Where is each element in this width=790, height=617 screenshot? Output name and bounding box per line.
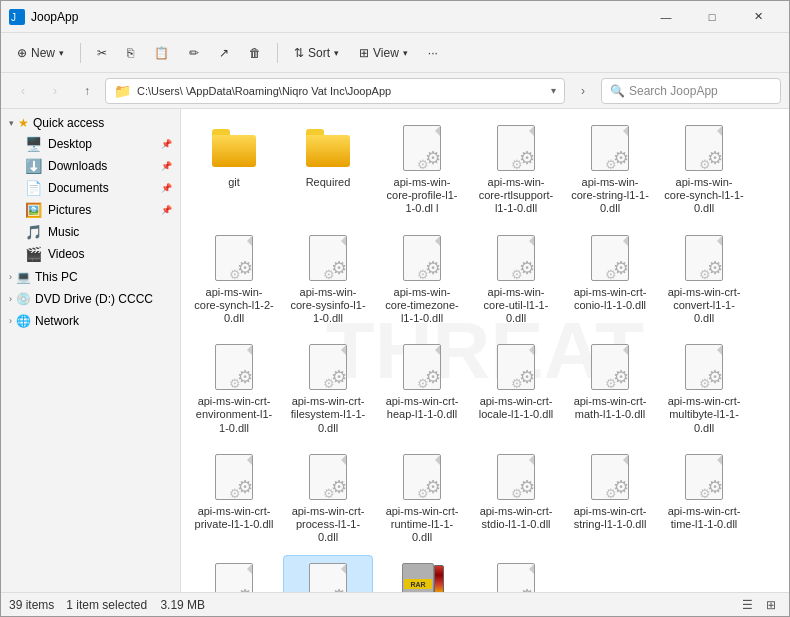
sidebar-item-downloads[interactable]: ⬇️ Downloads 📌 [1, 155, 180, 177]
toolbar-separator-1 [80, 43, 81, 63]
folder-icon-shape [212, 129, 256, 167]
view-button[interactable]: ⊞ View ▾ [351, 38, 416, 68]
main-area: ▾ ★ Quick access 🖥️ Desktop 📌 ⬇️ Downloa… [1, 109, 789, 592]
dll-icon: ⚙ ⚙ [497, 344, 535, 390]
file-item[interactable]: ⚙ ⚙ api-ms-win-crt-stdio-l1-1-0.dll [471, 446, 561, 552]
file-item[interactable]: Required [283, 117, 373, 223]
file-item[interactable]: ⚙ ⚙ api-ms-win-crt-math-l1-1-0.dll [565, 336, 655, 442]
file-item[interactable]: ⚙ ⚙ api-ms-win-crt-multibyte-l1-1-0.dll [659, 336, 749, 442]
up-button[interactable]: ↑ [73, 77, 101, 105]
file-label: api-ms-win-crt-conio-l1-1-0.dll [570, 286, 650, 312]
search-box[interactable]: 🔍 Search JoopApp [601, 78, 781, 104]
address-bar: ‹ › ↑ 📁 C:\Users\ \AppData\Roaming\Niqro… [1, 73, 789, 109]
dll-icon: ⚙ ⚙ [403, 454, 441, 500]
file-item[interactable]: ⚙ ⚙ chrome_elf.dll [189, 555, 279, 592]
sidebar-item-desktop[interactable]: 🖥️ Desktop 📌 [1, 133, 180, 155]
file-item[interactable]: ⚙ ⚙ api-ms-win-core-timezone-l1-1-0.dll [377, 227, 467, 333]
go-button[interactable]: › [569, 77, 597, 105]
file-icon-container: ⚙ ⚙ [304, 562, 352, 592]
file-label: api-ms-win-crt-math-l1-1-0.dll [570, 395, 650, 421]
file-label: api-ms-win-core-synch-l1-1-0.dll [664, 176, 744, 216]
back-button[interactable]: ‹ [9, 77, 37, 105]
dll-icon: ⚙ ⚙ [685, 454, 723, 500]
list-view-button[interactable]: ☰ [737, 595, 757, 615]
pin-icon-4: 📌 [161, 205, 172, 215]
copy-button[interactable]: ⎘ [119, 38, 142, 68]
file-item[interactable]: ⚙ ⚙ api-ms-win-core-synch-l1-1-0.dll [659, 117, 749, 223]
file-label: api-ms-win-crt-convert-l1-1-0.dll [664, 286, 744, 326]
network-header[interactable]: › 🌐 Network [1, 311, 180, 331]
this-pc-section: › 💻 This PC [1, 267, 180, 287]
dll-icon: ⚙ ⚙ [591, 235, 629, 281]
file-item[interactable]: ⚙ ⚙ api-ms-win-core-rtlsupport-l1-1-0.dl… [471, 117, 561, 223]
quick-access-section: ▾ ★ Quick access 🖥️ Desktop 📌 ⬇️ Downloa… [1, 113, 180, 265]
item-count: 39 items [9, 598, 54, 612]
cut-button[interactable]: ✂ [89, 38, 115, 68]
svg-text:J: J [11, 12, 16, 23]
file-item[interactable]: ⚙ ⚙ api-ms-win-crt-heap-l1-1-0.dll [377, 336, 467, 442]
sidebar-item-documents[interactable]: 📄 Documents 📌 [1, 177, 180, 199]
paste-button[interactable]: 📋 [146, 38, 177, 68]
file-item[interactable]: ⚙ ⚙ api-ms-win-crt-runtime-l1-1-0.dll [377, 446, 467, 552]
file-item[interactable]: ⚙ ⚙ api-ms-win-crt-process-l1-1-0.dll [283, 446, 373, 552]
sidebar-item-music[interactable]: 🎵 Music [1, 221, 180, 243]
file-icon-container: RAR [398, 562, 446, 592]
file-icon-container: ⚙ ⚙ [210, 343, 258, 391]
close-button[interactable]: ✕ [735, 1, 781, 33]
more-button[interactable]: ··· [420, 38, 446, 68]
file-item[interactable]: ⚙ ⚙ api-ms-win-crt-private-l1-1-0.dll [189, 446, 279, 552]
file-icon-container: ⚙ ⚙ [586, 124, 634, 172]
sidebar-item-pictures[interactable]: 🖼️ Pictures 📌 [1, 199, 180, 221]
sidebar: ▾ ★ Quick access 🖥️ Desktop 📌 ⬇️ Downloa… [1, 109, 181, 592]
file-label: api-ms-win-crt-process-l1-1-0.dll [288, 505, 368, 545]
sort-button[interactable]: ⇅ Sort ▾ [286, 38, 347, 68]
delete-button[interactable]: 🗑 [241, 38, 269, 68]
file-item[interactable]: ⚙ ⚙ api-ms-win-core-util-l1-1-0.dll [471, 227, 561, 333]
file-item[interactable]: ⚙ ⚙ api-ms-win-crt-convert-l1-1-0.dll [659, 227, 749, 333]
sidebar-item-downloads-label: Downloads [48, 159, 107, 173]
address-input[interactable]: 📁 C:\Users\ \AppData\Roaming\Niqro Vat I… [105, 78, 565, 104]
file-item[interactable]: ⚙ ⚙ api-ms-win-core-profile-l1-1-0.dl l [377, 117, 467, 223]
grid-view-button[interactable]: ⊞ [761, 595, 781, 615]
file-label: api-ms-win-core-util-l1-1-0.dll [476, 286, 556, 326]
file-item[interactable]: ⚙ ⚙ api-ms-win-core-synch-l1-2-0.dll [189, 227, 279, 333]
share-button[interactable]: ↗ [211, 38, 237, 68]
minimize-button[interactable]: — [643, 1, 689, 33]
file-label: Required [306, 176, 351, 189]
sidebar-item-videos[interactable]: 🎬 Videos [1, 243, 180, 265]
file-label: api-ms-win-crt-multibyte-l1-1-0.dll [664, 395, 744, 435]
forward-button[interactable]: › [41, 77, 69, 105]
file-item[interactable]: ⚙ ⚙ api-ms-win-crt-conio-l1-1-0.dll [565, 227, 655, 333]
rename-button[interactable]: ✏ [181, 38, 207, 68]
sidebar-item-videos-label: Videos [48, 247, 84, 261]
file-icon-container: ⚙ ⚙ [680, 453, 728, 501]
file-item[interactable]: ⚙ ⚙ api-ms-win-core-sysinfo-l1-1-0.dll [283, 227, 373, 333]
file-item[interactable]: ⚙ ⚙ api-ms-win-crt-time-l1-1-0.dll [659, 446, 749, 552]
file-item[interactable]: ⚙ ⚙ api-ms-win-crt-filesystem-l1-1-0.dll [283, 336, 373, 442]
file-item[interactable]: ⚙ ⚙ api-ms-win-crt-locale-l1-1-0.dll [471, 336, 561, 442]
file-item[interactable]: ⚙ ⚙ libcef.dll [471, 555, 561, 592]
maximize-button[interactable]: □ [689, 1, 735, 33]
this-pc-header[interactable]: › 💻 This PC [1, 267, 180, 287]
pin-icon: 📌 [161, 139, 172, 149]
file-label: api-ms-win-crt-private-l1-1-0.dll [194, 505, 274, 531]
file-item[interactable]: ⚙ ⚙ api-ms-win-crt-string-l1-1-0.dll [565, 446, 655, 552]
file-item[interactable]: git [189, 117, 279, 223]
file-item[interactable]: ⚙ ⚙ d3dcompiler_47.dll [283, 555, 373, 592]
file-label: api-ms-win-crt-string-l1-1-0.dll [570, 505, 650, 531]
files-grid: git Required ⚙ ⚙ api-ms-win-core-profile… [189, 117, 781, 592]
this-pc-expand-icon: › [9, 272, 12, 282]
file-item[interactable]: ⚙ ⚙ api-ms-win-core-string-l1-1-0.dll [565, 117, 655, 223]
quick-access-header[interactable]: ▾ ★ Quick access [1, 113, 180, 133]
file-item[interactable]: ⚙ ⚙ api-ms-win-crt-environment-l1-1-0.dl… [189, 336, 279, 442]
dvd-header[interactable]: › 💿 DVD Drive (D:) CCCC [1, 289, 180, 309]
file-label: api-ms-win-crt-time-l1-1-0.dll [664, 505, 744, 531]
file-icon-container: ⚙ ⚙ [304, 453, 352, 501]
file-item[interactable]: RAR guirq.rar [377, 555, 467, 592]
new-button[interactable]: ⊕ New ▾ [9, 38, 72, 68]
dll-icon: ⚙ ⚙ [403, 344, 441, 390]
dll-icon: ⚙ ⚙ [591, 125, 629, 171]
sidebar-item-music-label: Music [48, 225, 79, 239]
dll-icon: ⚙ ⚙ [215, 344, 253, 390]
toolbar-separator-2 [277, 43, 278, 63]
